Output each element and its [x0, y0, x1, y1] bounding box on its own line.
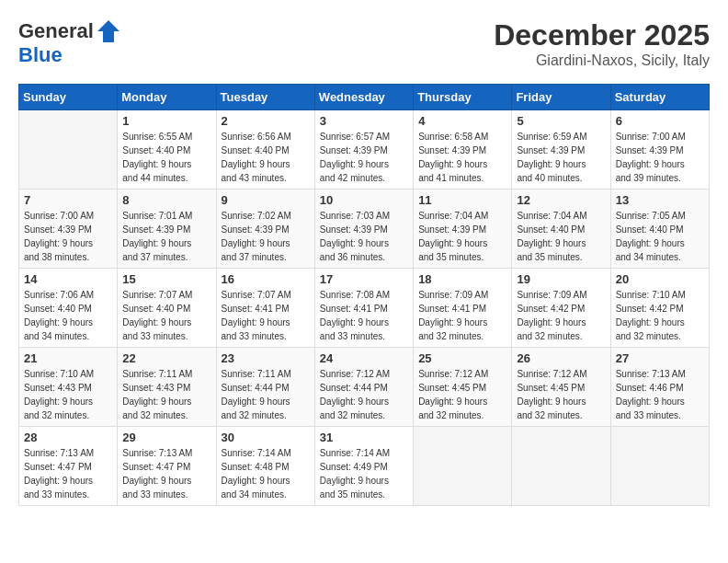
calendar-cell: 11Sunrise: 7:04 AM Sunset: 4:39 PM Dayli… [414, 190, 512, 269]
day-info: Sunrise: 7:10 AM Sunset: 4:43 PM Dayligh… [24, 367, 112, 422]
day-number: 29 [122, 431, 210, 444]
day-number: 16 [222, 272, 310, 286]
weekday-friday: Friday [512, 85, 610, 110]
day-info: Sunrise: 7:03 AM Sunset: 4:39 PM Dayligh… [320, 209, 408, 264]
day-number: 31 [320, 431, 408, 444]
calendar-cell [512, 427, 610, 506]
logo-general: General [18, 20, 94, 42]
page-header: General Blue December 2025 Giardini-Naxo… [18, 18, 710, 69]
day-info: Sunrise: 7:04 AM Sunset: 4:40 PM Dayligh… [517, 209, 605, 264]
weekday-saturday: Saturday [610, 85, 709, 110]
calendar-cell: 31Sunrise: 7:14 AM Sunset: 4:49 PM Dayli… [314, 427, 413, 506]
calendar-cell: 10Sunrise: 7:03 AM Sunset: 4:39 PM Dayli… [314, 190, 413, 269]
day-info: Sunrise: 7:00 AM Sunset: 4:39 PM Dayligh… [616, 130, 704, 185]
day-info: Sunrise: 6:57 AM Sunset: 4:39 PM Dayligh… [320, 130, 408, 185]
day-number: 25 [418, 351, 506, 365]
day-number: 4 [418, 114, 506, 128]
day-info: Sunrise: 7:02 AM Sunset: 4:39 PM Dayligh… [222, 209, 310, 264]
weekday-tuesday: Tuesday [216, 85, 314, 110]
calendar-cell: 28Sunrise: 7:13 AM Sunset: 4:47 PM Dayli… [19, 427, 118, 506]
calendar-cell [414, 427, 512, 506]
day-number: 14 [24, 272, 112, 286]
logo-blue: Blue [18, 43, 63, 66]
day-number: 19 [517, 272, 605, 286]
day-number: 24 [320, 351, 408, 365]
day-number: 1 [122, 114, 210, 128]
day-number: 20 [616, 272, 704, 286]
day-info: Sunrise: 7:10 AM Sunset: 4:42 PM Dayligh… [616, 288, 704, 343]
day-info: Sunrise: 7:01 AM Sunset: 4:39 PM Dayligh… [122, 209, 210, 264]
calendar-cell: 1Sunrise: 6:55 AM Sunset: 4:40 PM Daylig… [118, 110, 216, 190]
title-block: December 2025 Giardini-Naxos, Sicily, It… [494, 18, 710, 69]
day-info: Sunrise: 7:14 AM Sunset: 4:49 PM Dayligh… [320, 446, 408, 501]
day-number: 18 [418, 272, 506, 286]
day-number: 9 [222, 193, 310, 207]
day-info: Sunrise: 7:09 AM Sunset: 4:41 PM Dayligh… [418, 288, 506, 343]
day-number: 21 [24, 351, 112, 365]
day-info: Sunrise: 7:14 AM Sunset: 4:48 PM Dayligh… [222, 446, 310, 501]
location-title: Giardini-Naxos, Sicily, Italy [494, 52, 710, 69]
day-info: Sunrise: 7:08 AM Sunset: 4:41 PM Dayligh… [320, 288, 408, 343]
calendar-cell: 27Sunrise: 7:13 AM Sunset: 4:46 PM Dayli… [610, 348, 709, 427]
day-number: 13 [616, 193, 704, 207]
day-info: Sunrise: 7:11 AM Sunset: 4:44 PM Dayligh… [222, 367, 310, 422]
calendar-cell: 23Sunrise: 7:11 AM Sunset: 4:44 PM Dayli… [216, 348, 314, 427]
day-info: Sunrise: 7:04 AM Sunset: 4:39 PM Dayligh… [418, 209, 506, 264]
calendar-cell: 18Sunrise: 7:09 AM Sunset: 4:41 PM Dayli… [414, 269, 512, 348]
calendar-cell: 5Sunrise: 6:59 AM Sunset: 4:39 PM Daylig… [512, 110, 610, 190]
day-info: Sunrise: 7:12 AM Sunset: 4:45 PM Dayligh… [418, 367, 506, 422]
calendar-cell: 25Sunrise: 7:12 AM Sunset: 4:45 PM Dayli… [414, 348, 512, 427]
day-info: Sunrise: 6:55 AM Sunset: 4:40 PM Dayligh… [122, 130, 210, 185]
day-number: 23 [222, 351, 310, 365]
calendar-cell: 8Sunrise: 7:01 AM Sunset: 4:39 PM Daylig… [118, 190, 216, 269]
day-number: 5 [517, 114, 605, 128]
day-info: Sunrise: 6:56 AM Sunset: 4:40 PM Dayligh… [222, 130, 310, 185]
day-info: Sunrise: 7:05 AM Sunset: 4:40 PM Dayligh… [616, 209, 704, 264]
weekday-wednesday: Wednesday [314, 85, 413, 110]
day-number: 22 [122, 351, 210, 365]
calendar-cell: 13Sunrise: 7:05 AM Sunset: 4:40 PM Dayli… [610, 190, 709, 269]
weekday-header-row: SundayMondayTuesdayWednesdayThursdayFrid… [19, 85, 710, 110]
calendar-cell [19, 110, 118, 190]
calendar-cell: 12Sunrise: 7:04 AM Sunset: 4:40 PM Dayli… [512, 190, 610, 269]
day-number: 30 [222, 431, 310, 444]
calendar-week-5: 28Sunrise: 7:13 AM Sunset: 4:47 PM Dayli… [19, 427, 710, 506]
weekday-monday: Monday [118, 85, 216, 110]
day-info: Sunrise: 7:11 AM Sunset: 4:43 PM Dayligh… [122, 367, 210, 422]
calendar-cell: 29Sunrise: 7:13 AM Sunset: 4:47 PM Dayli… [118, 427, 216, 506]
day-number: 6 [616, 114, 704, 128]
calendar-cell: 20Sunrise: 7:10 AM Sunset: 4:42 PM Dayli… [610, 269, 709, 348]
day-info: Sunrise: 7:07 AM Sunset: 4:41 PM Dayligh… [222, 288, 310, 343]
calendar-cell: 30Sunrise: 7:14 AM Sunset: 4:48 PM Dayli… [216, 427, 314, 506]
calendar-week-1: 1Sunrise: 6:55 AM Sunset: 4:40 PM Daylig… [19, 110, 710, 190]
calendar-cell: 6Sunrise: 7:00 AM Sunset: 4:39 PM Daylig… [610, 110, 709, 190]
calendar-cell: 26Sunrise: 7:12 AM Sunset: 4:45 PM Dayli… [512, 348, 610, 427]
calendar-cell: 9Sunrise: 7:02 AM Sunset: 4:39 PM Daylig… [216, 190, 314, 269]
day-number: 10 [320, 193, 408, 207]
day-number: 2 [222, 114, 310, 128]
calendar-cell: 7Sunrise: 7:00 AM Sunset: 4:39 PM Daylig… [19, 190, 118, 269]
calendar-cell: 19Sunrise: 7:09 AM Sunset: 4:42 PM Dayli… [512, 269, 610, 348]
calendar-cell: 16Sunrise: 7:07 AM Sunset: 4:41 PM Dayli… [216, 269, 314, 348]
day-number: 7 [24, 193, 112, 207]
calendar-cell: 17Sunrise: 7:08 AM Sunset: 4:41 PM Dayli… [314, 269, 413, 348]
day-number: 8 [122, 193, 210, 207]
weekday-sunday: Sunday [19, 85, 118, 110]
day-number: 28 [24, 431, 112, 444]
day-number: 17 [320, 272, 408, 286]
day-info: Sunrise: 7:12 AM Sunset: 4:44 PM Dayligh… [320, 367, 408, 422]
day-info: Sunrise: 7:13 AM Sunset: 4:46 PM Dayligh… [616, 367, 704, 422]
day-info: Sunrise: 7:07 AM Sunset: 4:40 PM Dayligh… [122, 288, 210, 343]
calendar-week-2: 7Sunrise: 7:00 AM Sunset: 4:39 PM Daylig… [19, 190, 710, 269]
calendar-cell [610, 427, 709, 506]
calendar-week-3: 14Sunrise: 7:06 AM Sunset: 4:40 PM Dayli… [19, 269, 710, 348]
calendar-cell: 22Sunrise: 7:11 AM Sunset: 4:43 PM Dayli… [118, 348, 216, 427]
calendar-week-4: 21Sunrise: 7:10 AM Sunset: 4:43 PM Dayli… [19, 348, 710, 427]
day-number: 26 [517, 351, 605, 365]
day-info: Sunrise: 6:59 AM Sunset: 4:39 PM Dayligh… [517, 130, 605, 185]
day-info: Sunrise: 7:13 AM Sunset: 4:47 PM Dayligh… [122, 446, 210, 501]
logo: General Blue [18, 18, 121, 66]
calendar-cell: 2Sunrise: 6:56 AM Sunset: 4:40 PM Daylig… [216, 110, 314, 190]
calendar-cell: 24Sunrise: 7:12 AM Sunset: 4:44 PM Dayli… [314, 348, 413, 427]
weekday-thursday: Thursday [414, 85, 512, 110]
